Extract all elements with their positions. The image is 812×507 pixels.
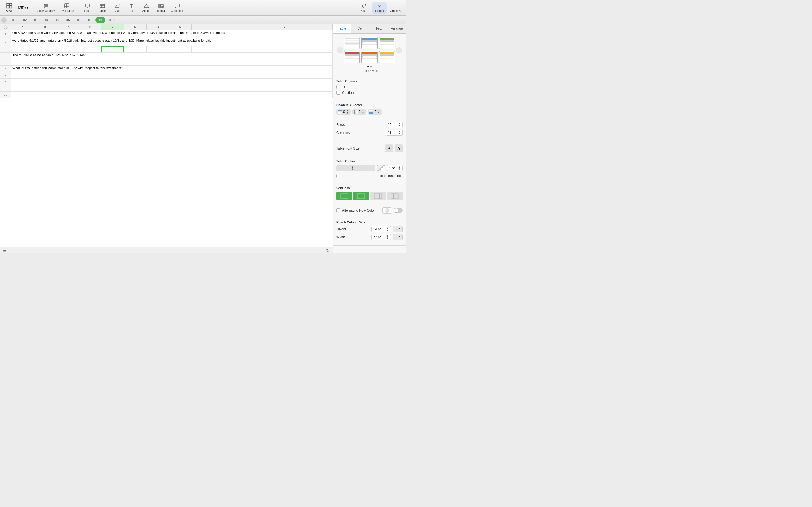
cols-input[interactable]: 11 ▲ ▼ (386, 129, 403, 136)
outline-pt-down[interactable]: ▼ (398, 168, 401, 170)
zoom-button[interactable]: 125% ▾ (15, 5, 31, 11)
styles-prev-button[interactable]: ‹ (337, 47, 343, 53)
outline-title-checkbox[interactable] (336, 174, 340, 178)
width-down[interactable]: ▼ (386, 237, 389, 239)
font-size-increase-button[interactable]: A (395, 145, 403, 152)
style-yellow[interactable] (379, 51, 395, 63)
outline-line-style-select[interactable]: ▲ ▼ (336, 165, 375, 171)
title-checkbox[interactable] (336, 85, 340, 89)
insert-button[interactable]: Insert (81, 2, 95, 13)
tab-arrange[interactable]: Arrange (388, 24, 406, 33)
style-blue[interactable] (361, 37, 377, 49)
tab-10[interactable]: #10 (106, 17, 118, 23)
outline-pt-input[interactable]: 1 pt ▲ ▼ (387, 165, 403, 171)
header-cols-stepper[interactable]: 0 ▲ ▼ (352, 109, 366, 115)
styles-next-button[interactable]: › (396, 47, 402, 53)
cell-3-E[interactable] (101, 46, 124, 52)
refresh-icon[interactable]: ↻ (325, 248, 331, 253)
alt-row-color-picker[interactable] (382, 207, 392, 214)
outline-style-down[interactable]: ▼ (351, 168, 354, 170)
rows-stepper-arrows[interactable]: ▲ ▼ (398, 122, 401, 127)
view-button[interactable]: View (4, 2, 15, 14)
chart-button[interactable]: Chart (110, 2, 124, 13)
col-header-E[interactable]: E (101, 24, 124, 30)
tab-3[interactable]: #3 (31, 17, 41, 23)
font-size-decrease-button[interactable]: A (385, 145, 393, 152)
col-header-F[interactable]: F (124, 24, 147, 30)
width-arrows[interactable]: ▲ ▼ (386, 235, 389, 239)
tab-5[interactable]: #5 (52, 17, 62, 23)
tab-7[interactable]: #7 (74, 17, 84, 23)
header-cols-arrows[interactable]: ▲ ▼ (361, 110, 364, 114)
footer-rows-down[interactable]: ▼ (377, 112, 380, 114)
tab-2[interactable]: #2 (20, 17, 30, 23)
share-button[interactable]: Share (357, 2, 371, 13)
header-cols-down[interactable]: ▼ (361, 112, 364, 114)
tab-cell[interactable]: Cell (351, 24, 370, 33)
footer-rows-stepper[interactable]: 0 ▲ ▼ (368, 109, 382, 115)
gridline-all-rows-button[interactable] (336, 192, 352, 200)
style-green[interactable] (379, 37, 395, 49)
text-button[interactable]: Text (124, 2, 139, 13)
col-header-B[interactable]: B (34, 24, 56, 30)
gridline-inner-rows-button[interactable] (353, 192, 369, 200)
rows-down[interactable]: ▼ (398, 125, 401, 127)
height-input[interactable]: 14 pt ▲ ▼ (371, 226, 391, 232)
cell-3-G[interactable] (147, 46, 169, 52)
header-rows-down[interactable]: ▼ (346, 112, 349, 114)
col-header-D[interactable]: D (79, 24, 101, 30)
cell-9-A[interactable] (11, 85, 333, 91)
cell-2-A[interactable]: were dated 5/1/22, and mature on 4/30/26… (11, 38, 333, 46)
cell-3-F[interactable] (124, 46, 147, 52)
add-column-tab-button[interactable]: + (1, 17, 7, 23)
tab-8[interactable]: #8 (85, 17, 95, 23)
cell-5-A[interactable] (11, 59, 333, 65)
cell-3-I[interactable] (192, 46, 214, 52)
outline-style-arrows[interactable]: ▲ ▼ (351, 166, 354, 170)
cell-4-A[interactable]: The fair value of the bonds at 12/31/22 … (11, 53, 333, 59)
format-button[interactable]: Format (372, 2, 387, 13)
media-button[interactable]: Media (154, 2, 168, 13)
tab-9[interactable]: #9 (95, 17, 105, 23)
cell-3-D[interactable] (79, 46, 101, 52)
col-header-C[interactable]: C (56, 24, 79, 30)
col-header-J[interactable]: J (214, 24, 237, 30)
col-header-H[interactable]: H (169, 24, 192, 30)
style-plain[interactable] (344, 37, 360, 49)
rows-input[interactable]: 10 ▲ ▼ (386, 122, 403, 128)
width-fit-button[interactable]: Fit (393, 234, 403, 240)
col-header-A[interactable]: A (11, 24, 34, 30)
cell-7-A[interactable] (11, 72, 333, 78)
tab-1[interactable]: #1 (9, 17, 19, 23)
alt-row-checkbox[interactable] (336, 209, 340, 212)
cell-3-C[interactable] (56, 46, 79, 52)
cols-stepper-arrows[interactable]: ▲ ▼ (398, 130, 401, 135)
caption-checkbox[interactable] (336, 91, 340, 95)
add-category-button[interactable]: Add Category (35, 2, 57, 13)
alt-row-toggle[interactable] (394, 208, 403, 213)
cell-10-A[interactable] (11, 92, 333, 98)
cell-3-B[interactable] (34, 46, 56, 52)
table-insert-button[interactable]: Table (95, 2, 109, 13)
width-input[interactable]: 77 pt ▲ ▼ (371, 234, 391, 240)
cell-3-K[interactable] (237, 46, 333, 52)
style-red[interactable] (344, 51, 360, 63)
gridline-all-cols-button[interactable] (370, 192, 386, 200)
organize-button[interactable]: Organize (388, 2, 404, 13)
cell-8-A[interactable] (11, 78, 333, 85)
header-rows-stepper[interactable]: 0 ▲ ▼ (336, 109, 351, 115)
header-rows-arrows[interactable]: ▲ ▼ (346, 110, 349, 114)
tab-6[interactable]: #6 (63, 17, 73, 23)
tab-table[interactable]: Table (333, 24, 351, 33)
cell-1-A[interactable]: On 5/1/22, the March Company acquired $7… (11, 31, 333, 38)
col-header-I[interactable]: I (192, 24, 214, 30)
height-fit-button[interactable]: Fit (393, 226, 403, 232)
cell-6-A[interactable]: What journal entries will March make in … (11, 66, 333, 72)
gridline-inner-cols-button[interactable] (387, 192, 403, 200)
pivot-table-button[interactable]: Pivot Table (57, 2, 76, 13)
list-icon[interactable]: ☰ (2, 248, 7, 253)
outline-pt-arrows[interactable]: ▲ ▼ (398, 166, 401, 170)
tab-text[interactable]: Text (370, 24, 388, 33)
height-down[interactable]: ▼ (386, 229, 389, 231)
comment-button[interactable]: Comment (168, 2, 185, 13)
